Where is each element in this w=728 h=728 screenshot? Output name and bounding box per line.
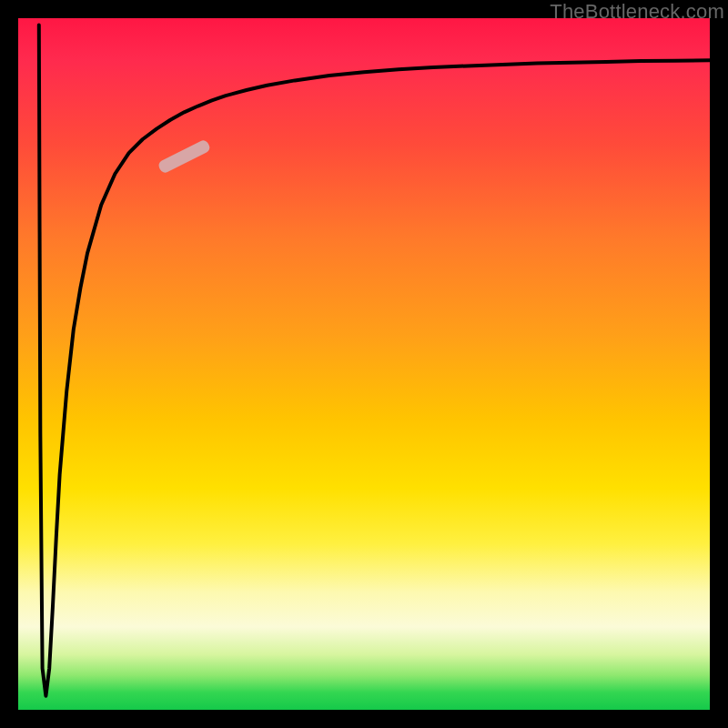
chart-stage: TheBottleneck.com: [0, 0, 728, 728]
curve-layer: [18, 18, 710, 710]
bottleneck-curve-path: [39, 25, 710, 696]
plot-area: [18, 18, 710, 710]
curve-marker: [157, 138, 211, 174]
